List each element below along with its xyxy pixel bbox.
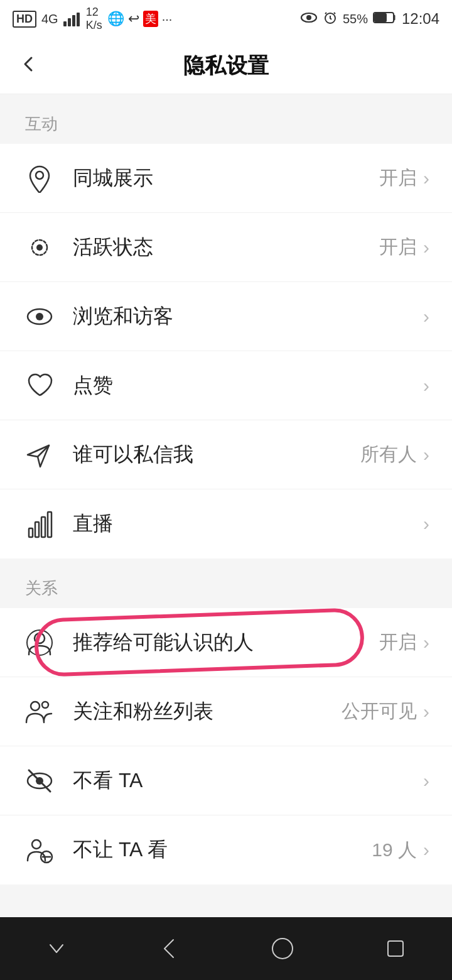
zhibo-label: 直播 xyxy=(73,510,417,538)
bukan-label: 不看 TA xyxy=(73,767,417,795)
signal-bars xyxy=(63,11,81,26)
svg-point-11 xyxy=(36,244,43,251)
tuijian-chevron: › xyxy=(423,632,429,653)
list-item-zhibo[interactable]: 直播 › xyxy=(0,489,452,558)
list-item-liulan[interactable]: 浏览和访客 › xyxy=(0,282,452,351)
svg-rect-17 xyxy=(41,517,45,537)
svg-rect-2 xyxy=(72,15,75,26)
location-icon xyxy=(23,161,56,195)
guanzhu-label: 关注和粉丝列表 xyxy=(73,698,342,726)
app-icons: 🌐 ↩ 美 ··· xyxy=(107,11,173,27)
sixin-value: 所有人 xyxy=(360,442,417,467)
svg-rect-16 xyxy=(35,522,39,537)
bukan-chevron: › xyxy=(423,770,429,792)
list-item-dianzan[interactable]: 点赞 › xyxy=(0,351,452,420)
status-bar: HD 4G 12K/s 🌐 ↩ 美 ··· xyxy=(0,0,452,38)
svg-rect-8 xyxy=(374,13,387,22)
section-header-guanxi: 关系 xyxy=(0,571,452,608)
zhibo-chevron: › xyxy=(423,513,429,535)
list-item-tuijian[interactable]: 推荐给可能认识的人 开启 › xyxy=(0,608,452,677)
svg-rect-15 xyxy=(29,528,33,537)
time-display: 12:04 xyxy=(402,10,439,28)
top-nav: 隐私设置 xyxy=(0,38,452,94)
burang-chevron: › xyxy=(423,839,429,861)
section-group-guanxi: 推荐给可能认识的人 开启 › 关注和粉丝列表 公开可见 › xyxy=(0,608,452,885)
tongcheng-label: 同城展示 xyxy=(73,165,379,192)
guanzhu-chevron: › xyxy=(423,701,429,722)
burang-value: 19 人 xyxy=(372,837,417,863)
recents-button[interactable] xyxy=(370,923,421,974)
huoyue-chevron: › xyxy=(423,237,429,258)
back-button[interactable] xyxy=(18,53,40,79)
network-speed: 12K/s xyxy=(86,6,102,32)
liulan-chevron: › xyxy=(423,306,429,327)
list-item-tongcheng[interactable]: 同城展示 开启 › xyxy=(0,144,452,213)
liulan-label: 浏览和访客 xyxy=(73,303,417,330)
tongcheng-chevron: › xyxy=(423,168,429,189)
heart-icon xyxy=(23,369,56,403)
svg-point-13 xyxy=(36,313,43,320)
svg-rect-1 xyxy=(68,18,71,26)
svg-point-19 xyxy=(35,633,45,643)
bars-icon xyxy=(23,507,56,541)
svg-point-9 xyxy=(36,172,43,179)
svg-rect-18 xyxy=(48,512,51,537)
eye-slash-icon xyxy=(23,764,56,798)
eye-setting-icon xyxy=(23,300,56,334)
status-right: 55% 12:04 xyxy=(300,10,439,28)
huoyue-label: 活跃状态 xyxy=(73,234,379,261)
burang-label: 不让 TA 看 xyxy=(73,836,372,864)
people-icon xyxy=(23,695,56,729)
section-group-hudong: 同城展示 开启 › 活跃状态 开启 › 浏览和访客 › xyxy=(0,144,452,558)
sixin-label: 谁可以私信我 xyxy=(73,441,360,469)
status-left: HD 4G 12K/s 🌐 ↩ 美 ··· xyxy=(13,6,172,32)
hd-badge: HD xyxy=(13,11,36,28)
radio-icon xyxy=(23,231,56,264)
list-item-burang[interactable]: 不让 TA 看 19 人 › xyxy=(0,815,452,885)
tuijian-value: 开启 xyxy=(379,629,417,655)
alarm-icon xyxy=(323,10,338,28)
bottom-nav-bar xyxy=(0,917,452,980)
huoyue-value: 开启 xyxy=(379,234,417,260)
battery-percent: 55% xyxy=(343,12,368,26)
section-header-hudong: 互动 xyxy=(0,107,452,144)
svg-rect-3 xyxy=(77,13,80,26)
sixin-chevron: › xyxy=(423,444,429,466)
main-content: 互动 同城展示 开启 › 活跃状态 开启 › 浏览和访客 › xyxy=(0,94,452,917)
svg-point-29 xyxy=(272,939,293,959)
network-icon: 4G xyxy=(41,12,58,26)
svg-point-5 xyxy=(306,15,311,20)
battery-icon xyxy=(373,11,397,27)
dianzan-chevron: › xyxy=(423,375,429,396)
back-nav-button[interactable] xyxy=(144,923,195,974)
list-item-sixin[interactable]: 谁可以私信我 所有人 › xyxy=(0,420,452,489)
send-icon xyxy=(23,438,56,472)
person-block-icon xyxy=(23,833,56,867)
list-item-huoyue[interactable]: 活跃状态 开启 › xyxy=(0,213,452,282)
svg-rect-0 xyxy=(63,21,67,26)
down-chevron-button[interactable] xyxy=(31,923,82,974)
person-circle-icon xyxy=(23,626,56,660)
svg-point-26 xyxy=(32,840,41,849)
list-item-guanzhu[interactable]: 关注和粉丝列表 公开可见 › xyxy=(0,677,452,746)
tuijian-label: 推荐给可能认识的人 xyxy=(73,629,379,656)
guanzhu-value: 公开可见 xyxy=(342,699,417,724)
svg-rect-30 xyxy=(388,941,403,956)
svg-point-22 xyxy=(42,702,48,708)
dianzan-label: 点赞 xyxy=(73,372,417,400)
svg-point-21 xyxy=(31,702,40,710)
home-button[interactable] xyxy=(257,923,308,974)
tongcheng-value: 开启 xyxy=(379,165,417,191)
eye-icon xyxy=(300,11,318,28)
list-item-bukan[interactable]: 不看 TA › xyxy=(0,746,452,815)
page-title: 隐私设置 xyxy=(183,52,269,80)
